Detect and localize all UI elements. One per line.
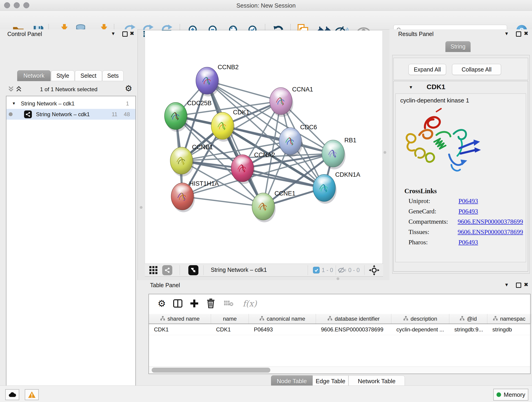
table-cell: 9606.ENSP00000378699 [316,324,391,335]
title-bar: Session: New Session [0,0,532,11]
function-builder-icon[interactable]: f(x) [240,298,259,309]
column-label: canonical name [267,316,305,322]
column-header-1[interactable]: name [211,314,249,324]
hierarchy-icon [259,316,264,322]
delete-table-icon[interactable] [223,298,234,309]
crosslink-link[interactable]: P06493 [458,208,478,215]
network-collection-row[interactable]: ▼ String Network – cdk1 1 [6,98,135,109]
column-header-5[interactable]: @id [449,314,487,324]
column-label: shared name [167,316,200,322]
birds-eye-view-icon[interactable] [188,265,198,275]
network-node-CCNB1[interactable] [170,147,194,177]
crosslink-link[interactable]: 9606.ENSP00000378699 [458,228,523,236]
network-graph[interactable]: CCNB2CCNA1CDC25BCDK1CDC6RB1CCNB1CCNA2CDK… [145,31,382,264]
expand-all-button[interactable]: Expand All [409,64,446,75]
network-node-CCNA2[interactable] [231,155,255,184]
tab-string[interactable]: String [445,41,471,52]
table-horizontal-scrollbar[interactable] [149,366,530,374]
right-splitter-handle[interactable] [384,151,386,154]
table-panel-float-icon[interactable] [516,283,521,288]
hidden-eye-icon [338,267,347,274]
tab-select[interactable]: Select [75,70,102,81]
column-header-6[interactable]: namespac [487,314,531,324]
grid-view-icon[interactable] [149,266,158,276]
node-label: CCNB1 [192,144,213,151]
hierarchy-icon [327,316,332,322]
hierarchy-icon [160,316,165,322]
control-panel-close-icon[interactable]: ✖ [130,31,134,36]
left-splitter-handle[interactable] [140,206,143,209]
pan-crosshair-icon[interactable] [369,265,380,276]
delete-column-icon[interactable] [205,298,217,309]
column-header-0[interactable]: shared name [149,314,211,324]
hierarchy-icon [460,316,465,322]
string-network-icon [24,110,32,118]
network-share-icon[interactable] [162,265,172,275]
hidden-node-edge-counts: 0 - 0 [348,267,360,274]
memory-button[interactable]: Memory [493,389,528,401]
collapse-all-button[interactable]: Collapse All [452,64,501,75]
network-node-HIST1H1A[interactable] [171,183,195,212]
crosslinks-list: Uniprot:P06493GeneCard:P06493Compartment… [409,197,523,249]
scrollbar-thumb[interactable] [152,368,270,373]
node-label: CDC25B [187,100,212,107]
crosslink-link[interactable]: 9606.ENSP00000378699 [458,218,523,225]
protein-expander-icon[interactable]: ▼ [409,85,413,90]
control-panel-float-icon[interactable] [122,32,128,37]
results-panel-title: Results Panel [398,31,433,37]
crosslink-row: Compartments:9606.ENSP00000378699 [409,218,523,225]
node-label: CDK1 [233,109,249,116]
results-panel-float-icon[interactable] [516,32,521,37]
column-label: database identifier [335,316,380,322]
tab-sets[interactable]: Sets [102,70,123,81]
selected-node-edge-counts: 1 - 0 [322,267,333,274]
tab-network[interactable]: Network [17,70,51,81]
tab-style[interactable]: Style [51,70,75,81]
column-label: namespac [500,316,526,322]
select-columns-icon[interactable] [172,298,184,309]
selected-checkbox[interactable] [313,267,320,274]
network-node-CDC6[interactable] [279,128,303,157]
toolbar-separator [364,265,365,275]
table-row[interactable]: CDK1CDK1P064939606.ENSP00000378699cyclin… [149,324,530,335]
network-node-CCNB2[interactable] [196,67,220,96]
control-panel-menu-icon[interactable]: ▾ [112,31,114,36]
network-status-dot [9,112,13,116]
crosslinks-heading: CrossLinks [404,187,437,195]
table-panel-menu-icon[interactable]: ▾ [505,282,508,287]
warning-icon [28,391,36,398]
network-row-label: String Network – cdk1 [36,111,90,118]
protein-structure-image [402,108,482,176]
results-panel-close-icon[interactable]: ✖ [524,31,528,36]
column-header-2[interactable]: canonical name [249,314,316,324]
memory-status-dot [496,392,501,397]
network-node-CCNA1[interactable] [270,88,293,117]
crosslink-link[interactable]: P06493 [458,197,478,205]
network-canvas[interactable]: CCNB2CCNA1CDC25BCDK1CDC6RB1CCNB1CCNA2CDK… [145,31,383,264]
node-table-box: ⚙ f(x) shared namenamecanonical namedata… [148,294,531,374]
table-panel-close-icon[interactable]: ✖ [524,282,528,287]
collection-count: 1 [126,100,129,107]
table-gear-icon[interactable]: ⚙ [156,298,168,309]
network-node-CCNE1[interactable] [252,193,276,222]
column-header-3[interactable]: database identifier [316,314,391,324]
network-node-CDKN1A[interactable] [313,174,336,204]
crosslink-link[interactable]: P06493 [458,239,478,246]
network-node-CDK1[interactable] [211,112,235,142]
results-panel-menu-icon[interactable]: ▾ [505,31,508,36]
table-cell: CDK1 [149,324,211,335]
network-row-selected[interactable]: String Network – cdk1 11 48 [6,109,135,120]
network-edge-count: 48 [124,111,130,118]
current-network-name: String Network – cdk1 [211,267,267,273]
network-view-toolbar: String Network – cdk1 1 - 0 0 - 0 [145,264,383,277]
table-panel: Table Panel ▾ ✖ ⚙ f(x) shared namenameca… [138,280,532,385]
network-selection-summary: 1 of 1 Network selected [0,86,138,93]
add-column-icon[interactable] [188,298,200,309]
network-options-gear-icon[interactable]: ⚙ [125,84,132,93]
column-header-4[interactable]: description [391,314,449,324]
network-node-RB1[interactable] [322,140,346,169]
collection-expander-icon[interactable]: ▼ [12,101,16,106]
warning-button[interactable] [25,389,39,400]
cloud-button[interactable] [5,389,19,400]
bottom-splitter-handle[interactable] [336,277,339,280]
